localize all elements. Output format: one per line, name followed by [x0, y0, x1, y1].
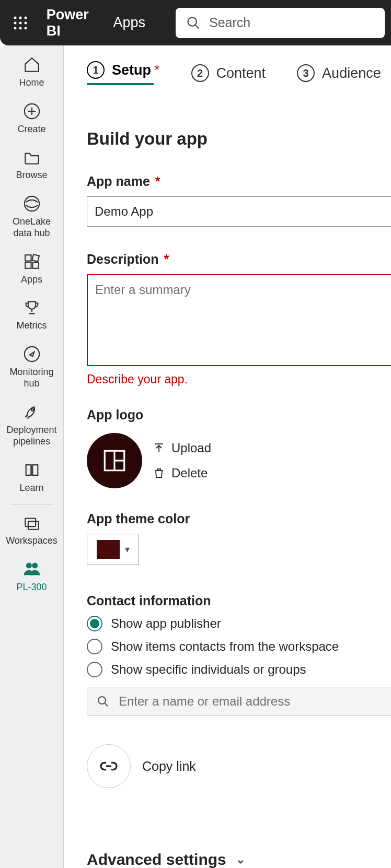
wizard-steps: 1 Setup * 2 Content 3 Audience [87, 61, 391, 85]
svg-rect-17 [25, 262, 31, 268]
svg-line-10 [196, 25, 199, 28]
upload-button[interactable]: Upload [153, 441, 211, 455]
description-error: Describe your app. [87, 372, 391, 386]
contact-option-specific[interactable]: Show specific individuals or groups [87, 662, 391, 677]
compass-icon [4, 345, 60, 363]
required-asterisk: * [154, 62, 160, 78]
step-audience[interactable]: 3 Audience [297, 61, 381, 85]
svg-point-14 [24, 196, 39, 210]
tile-icon [101, 448, 128, 474]
nav-browse[interactable]: Browse [3, 143, 61, 187]
step-active-underline [87, 83, 154, 85]
app-launcher-icon[interactable] [6, 7, 35, 39]
folder-icon [4, 148, 60, 166]
svg-rect-22 [25, 519, 36, 527]
page-title: Build your app [87, 129, 391, 149]
radio-icon [87, 639, 102, 654]
nav-create[interactable]: Create [3, 97, 61, 142]
svg-point-7 [19, 27, 22, 29]
app-name-label: App name* [87, 174, 391, 189]
radio-icon [87, 662, 102, 677]
nav-learn[interactable]: Learn [3, 456, 61, 500]
nav-monitoring[interactable]: Monitoring hub [3, 340, 61, 396]
svg-point-3 [14, 21, 17, 24]
upload-icon [153, 442, 165, 454]
svg-point-25 [32, 563, 37, 568]
team-icon [4, 560, 60, 578]
contact-people-picker[interactable] [87, 687, 391, 716]
nav-separator [11, 504, 53, 505]
contact-option-workspace[interactable]: Show items contacts from the workspace [87, 639, 391, 654]
svg-point-31 [98, 697, 106, 704]
step-setup[interactable]: 1 Setup * [87, 61, 160, 79]
nav-home[interactable]: Home [3, 51, 61, 95]
svg-point-19 [24, 346, 39, 361]
top-bar: Power BI Apps [0, 0, 391, 45]
apps-icon [4, 253, 60, 271]
rocket-icon [4, 403, 60, 421]
svg-point-6 [14, 27, 17, 29]
contact-search-input[interactable] [119, 694, 382, 709]
search-input[interactable] [209, 15, 374, 30]
brand-section[interactable]: Apps [113, 15, 145, 31]
globe-icon [4, 195, 60, 213]
app-logo-preview [87, 433, 142, 488]
svg-point-1 [19, 16, 22, 19]
svg-point-24 [27, 563, 31, 568]
nav-pipelines[interactable]: Deployment pipelines [3, 398, 61, 454]
copy-link-button[interactable]: Copy link [87, 744, 391, 788]
svg-rect-23 [28, 521, 38, 530]
svg-point-4 [19, 21, 22, 24]
global-search[interactable] [176, 8, 385, 38]
main-content: 1 Setup * 2 Content 3 Audience Build you… [64, 45, 391, 868]
advanced-settings-toggle[interactable]: Advanced settings ⌄ [87, 851, 391, 868]
theme-color-picker[interactable]: ▾ [87, 534, 139, 565]
trophy-icon [4, 299, 60, 316]
svg-point-20 [31, 408, 33, 410]
svg-point-2 [25, 16, 27, 19]
workspaces-icon [4, 514, 60, 532]
contact-option-publisher[interactable]: Show app publisher [87, 616, 391, 631]
search-icon [97, 695, 109, 708]
brand-title: Power BI [47, 7, 102, 39]
trash-icon [153, 467, 165, 479]
chevron-down-icon: ⌄ [236, 853, 245, 866]
svg-rect-18 [32, 262, 38, 268]
nav-workspaces[interactable]: Workspaces [3, 509, 61, 553]
svg-point-9 [188, 17, 197, 26]
left-nav: Home Create Browse OneLake data hub Apps… [0, 45, 64, 868]
home-icon [4, 56, 60, 74]
book-icon [4, 461, 60, 479]
link-icon [87, 744, 131, 788]
search-icon [186, 16, 201, 30]
delete-button[interactable]: Delete [153, 466, 211, 480]
step-content[interactable]: 2 Content [191, 61, 266, 85]
svg-rect-15 [25, 255, 31, 261]
svg-point-5 [25, 21, 27, 24]
theme-label: App theme color [87, 511, 391, 526]
svg-line-32 [105, 703, 108, 706]
contact-label: Contact information [87, 593, 391, 608]
app-logo-label: App logo [87, 407, 391, 423]
nav-apps[interactable]: Apps [3, 248, 61, 292]
svg-point-8 [25, 27, 27, 29]
plus-circle-icon [4, 102, 60, 120]
app-name-input[interactable] [87, 196, 391, 227]
description-label: Description* [87, 252, 391, 267]
nav-metrics[interactable]: Metrics [3, 294, 61, 338]
svg-point-0 [14, 16, 17, 19]
nav-onelake[interactable]: OneLake data hub [3, 190, 61, 245]
description-textarea[interactable] [87, 274, 391, 366]
svg-rect-16 [32, 254, 39, 261]
radio-icon [87, 616, 102, 631]
theme-swatch [97, 540, 120, 559]
nav-pl300[interactable]: PL-300 [3, 555, 61, 600]
chevron-down-icon: ▾ [125, 544, 130, 555]
